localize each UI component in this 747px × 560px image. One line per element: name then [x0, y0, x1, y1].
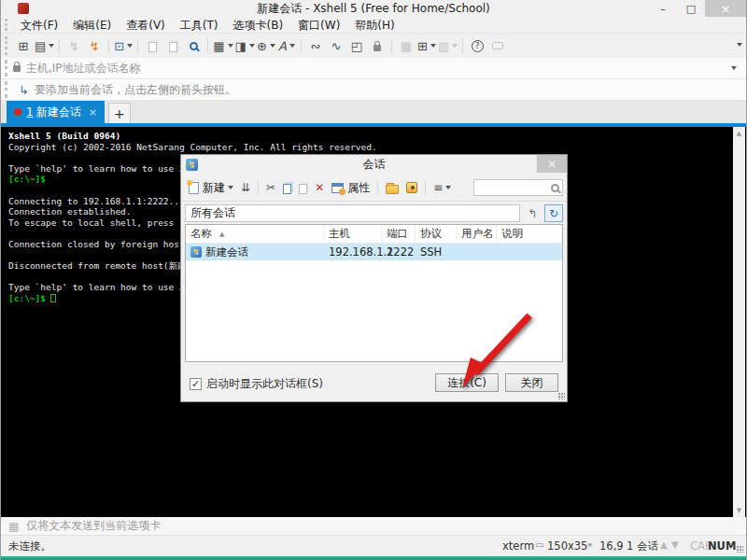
toolbar-overflow-icon[interactable]: [737, 43, 742, 47]
window-resize-grip[interactable]: [737, 546, 743, 553]
dialog-footer: ✓ 启动时显示此对话框(S) 连接(C) 关闭: [181, 364, 567, 401]
import-sessions-icon[interactable]: ⇊: [238, 177, 253, 199]
tab-close-icon[interactable]: ×: [89, 106, 97, 119]
session-row[interactable]: ↯新建会话 192.168.1.1 2222 SSH: [186, 244, 562, 260]
lock-icon: [13, 65, 21, 72]
window-title: 新建会话 - Xshell 5 (Free for Home/School): [1, 1, 746, 17]
open-sessions-icon[interactable]: ▤: [35, 35, 54, 56]
font-icon[interactable]: A: [277, 35, 296, 56]
num-lock-indicator: NUM: [708, 539, 736, 553]
new-folder-icon[interactable]: [383, 177, 402, 199]
col-protocol[interactable]: 协议: [416, 225, 457, 243]
prev-session-icon[interactable]: ▲: [660, 539, 668, 550]
send-placeholder: 仅将文本发送到当前选项卡: [26, 518, 161, 534]
col-name[interactable]: 名称▲: [186, 225, 324, 243]
maximize-button[interactable]: □: [677, 0, 705, 17]
session-path[interactable]: 所有会话: [185, 204, 520, 222]
sort-asc-icon: ▲: [219, 231, 224, 238]
cut-icon[interactable]: ✂: [263, 177, 278, 199]
dialog-close-button-bottom[interactable]: 关闭: [505, 373, 558, 392]
terminal-line: Copyright (c) 2002-2016 NetSarang Comput…: [8, 142, 377, 153]
col-port[interactable]: 端口: [382, 225, 416, 243]
find-icon[interactable]: [184, 35, 203, 56]
menu-edit[interactable]: 编辑(E): [65, 17, 119, 34]
scroll-down-icon[interactable]: ▼: [737, 504, 741, 517]
terminal-type: xterm: [502, 539, 534, 553]
connect-button[interactable]: 连接(C): [435, 373, 499, 392]
close-button[interactable]: ×: [705, 0, 746, 17]
delete-icon[interactable]: ✕: [312, 177, 327, 199]
menu-tools[interactable]: 工具(T): [173, 17, 226, 34]
copy-icon[interactable]: [280, 177, 294, 199]
dialog-title: 会话: [181, 157, 567, 173]
resize-grip[interactable]: [558, 393, 565, 399]
add-session-arrow-icon[interactable]: ↳: [19, 83, 29, 97]
paste-icon[interactable]: [163, 35, 182, 56]
col-host[interactable]: 主机: [324, 225, 382, 243]
cursor-position-icon: ⌖: [587, 539, 593, 551]
tab-bar: 1 新建会话 × +: [1, 101, 746, 123]
desktop-edge-strip: [1, 556, 746, 560]
web-icon[interactable]: ⊕: [257, 35, 275, 56]
keyboard-icon[interactable]: ▦: [397, 35, 416, 56]
properties-icon[interactable]: ⊡: [114, 35, 133, 56]
new-tab-icon[interactable]: ⊞: [417, 35, 436, 56]
checkbox-label: 启动时显示此对话框(S): [206, 376, 323, 392]
info-text: 要添加当前会话，点击左侧的箭头按钮。: [35, 82, 236, 98]
title-bar: 新建会话 - Xshell 5 (Free for Home/School) –…: [1, 0, 746, 17]
terminal-size: 150x35: [547, 539, 587, 553]
copy-icon[interactable]: [143, 35, 162, 56]
menu-bar: 文件(F) 编辑(E) 查看(V) 工具(T) 选项卡(B) 窗口(W) 帮助(…: [1, 17, 746, 34]
scroll-up-icon[interactable]: ▲: [737, 127, 741, 140]
zmodem-icon[interactable]: ∿: [327, 35, 345, 56]
menu-file[interactable]: 文件(F): [13, 17, 65, 34]
refresh-icon[interactable]: ↻: [544, 204, 563, 222]
new-session-icon[interactable]: ⊞: [14, 35, 33, 56]
xftp-transfer-icon[interactable]: ∾: [306, 35, 325, 56]
new-session-button[interactable]: 新建: [186, 177, 236, 199]
info-bar: ↳ 要添加当前会话，点击左侧的箭头按钮。: [1, 79, 746, 101]
paste-icon[interactable]: [296, 177, 310, 199]
lock-screen-icon[interactable]: [368, 35, 387, 56]
disconnected-dot-icon: [14, 108, 21, 116]
cursor-position: 16,9: [599, 539, 624, 553]
fullscreen-icon[interactable]: ◰: [347, 35, 366, 56]
terminal-line: Xshell 5 (Build 0964): [8, 131, 377, 142]
menu-window[interactable]: 窗口(W): [290, 17, 347, 34]
message-icon[interactable]: [488, 35, 507, 56]
col-user[interactable]: 用户名: [457, 225, 497, 243]
new-doc-icon: [189, 182, 199, 194]
session-list-header: 名称▲ 主机 端口 协议 用户名 说明: [186, 225, 562, 244]
new-tab-button[interactable]: +: [108, 103, 131, 123]
tile-windows-icon[interactable]: ▥: [438, 35, 458, 56]
toolbar-grip: [5, 36, 9, 56]
terminal-cursor: [50, 294, 56, 302]
reconnect-icon[interactable]: ↯: [85, 35, 104, 56]
tab-new-session[interactable]: 1 新建会话 ×: [7, 101, 105, 123]
minimize-button[interactable]: –: [649, 0, 677, 17]
show-at-startup-checkbox[interactable]: ✓ 启动时显示此对话框(S): [190, 376, 323, 392]
menu-help[interactable]: 帮助(H): [347, 17, 402, 34]
next-session-icon[interactable]: ▼: [671, 539, 679, 550]
user-key-manager-icon[interactable]: [403, 177, 420, 199]
menu-tab[interactable]: 选项卡(B): [226, 17, 291, 34]
properties-button[interactable]: 属性: [329, 177, 373, 199]
menu-view[interactable]: 查看(V): [119, 17, 173, 34]
compose-icon[interactable]: ◨: [235, 35, 255, 56]
up-level-icon[interactable]: ↰: [523, 204, 542, 222]
send-text-bar[interactable]: ▦ 仅将文本发送到当前选项卡: [1, 517, 746, 536]
print-icon[interactable]: ▦: [213, 35, 233, 56]
send-keyboard-icon: ▦: [8, 520, 19, 533]
disconnect-icon[interactable]: ↯: [64, 35, 83, 56]
terminal-scrollbar[interactable]: ▲ ▼: [733, 127, 745, 517]
address-bar[interactable]: 主机,IP地址或会话名称: [1, 58, 746, 79]
col-desc[interactable]: 说明: [497, 225, 562, 243]
address-dropdown-icon[interactable]: [731, 66, 737, 70]
toolbar-grip: [5, 19, 9, 32]
dialog-close-button[interactable]: ×: [537, 155, 567, 173]
dialog-toolbar: 新建 ⇊ ✂ ✕ 属性 ≡: [181, 175, 567, 202]
session-search-input[interactable]: [473, 179, 563, 196]
session-icon: ↯: [190, 246, 202, 258]
help-icon[interactable]: ?: [468, 35, 486, 56]
view-mode-icon[interactable]: ≡: [430, 177, 454, 199]
